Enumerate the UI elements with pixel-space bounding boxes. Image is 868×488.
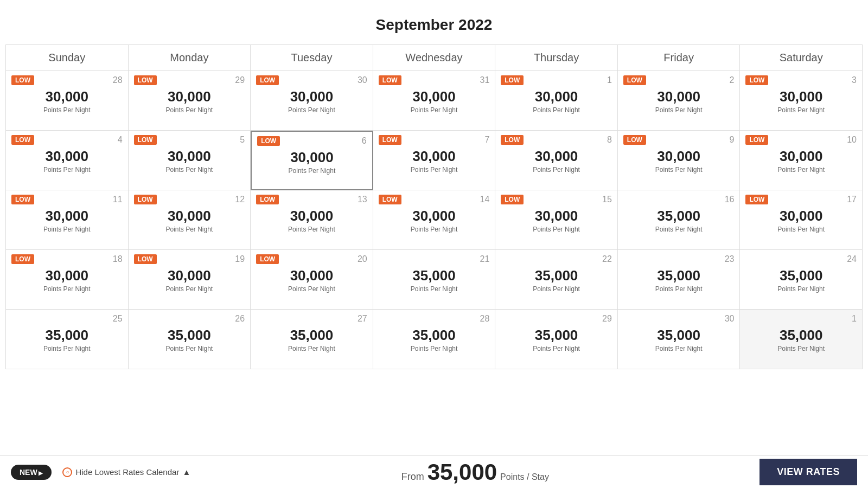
cell-top: LOW4 (11, 135, 123, 145)
cell-date: 7 (484, 135, 489, 145)
cell-top: 28 (379, 314, 490, 324)
cell-top: LOW20 (256, 254, 367, 264)
cell-top: LOW2 (623, 75, 735, 85)
low-badge: LOW (256, 75, 279, 85)
cell-label: Points Per Night (745, 226, 857, 233)
cell-date: 21 (480, 254, 489, 264)
cell-label: Points Per Night (256, 226, 367, 233)
calendar-cell[interactable]: LOW1030,000Points Per Night (740, 131, 863, 190)
calendar-cell[interactable]: 2735,000Points Per Night (251, 310, 373, 369)
cell-label: Points Per Night (745, 345, 857, 352)
cell-points: 30,000 (134, 267, 245, 284)
cell-date: 9 (730, 135, 735, 145)
calendar-cell[interactable]: 2435,000Points Per Night (740, 250, 863, 310)
calendar-cell[interactable]: LOW2030,000Points Per Night (251, 250, 373, 310)
calendar-cell[interactable]: 2335,000Points Per Night (618, 250, 741, 310)
cell-points: 35,000 (134, 327, 245, 344)
calendar-cell[interactable]: 1635,000Points Per Night (618, 190, 741, 250)
low-badge: LOW (11, 195, 34, 204)
cell-date: 29 (235, 75, 245, 85)
calendar-cell[interactable]: LOW530,000Points Per Night (129, 131, 251, 190)
calendar-cell[interactable]: LOW1530,000Points Per Night (495, 190, 618, 250)
view-rates-button[interactable]: VIEW RATES (760, 459, 857, 485)
hide-rates-button[interactable]: ○ Hide Lowest Rates Calendar ▲ (62, 467, 190, 477)
calendar-cell[interactable]: 135,000Points Per Night (740, 310, 863, 369)
calendar-cell[interactable]: 2235,000Points Per Night (495, 250, 618, 310)
cell-top: LOW9 (623, 135, 735, 145)
low-badge: LOW (134, 75, 157, 85)
cell-label: Points Per Night (134, 166, 245, 174)
calendar-cell[interactable]: LOW830,000Points Per Night (495, 131, 618, 190)
cell-date: 24 (847, 254, 857, 264)
calendar-cell[interactable]: 2535,000Points Per Night (6, 310, 129, 369)
calendar-cell[interactable]: LOW630,000Points Per Night (251, 131, 373, 190)
cell-label: Points Per Night (134, 226, 245, 233)
cell-top: LOW5 (134, 135, 245, 145)
cell-label: Points Per Night (257, 167, 367, 175)
calendar-cell[interactable]: 2635,000Points Per Night (129, 310, 251, 369)
cell-label: Points Per Night (11, 166, 123, 174)
calendar-cell[interactable]: LOW1330,000Points Per Night (251, 190, 373, 250)
cell-top: LOW19 (134, 254, 245, 264)
low-badge: LOW (379, 75, 401, 85)
cell-date: 6 (362, 136, 367, 146)
calendar-cell[interactable]: LOW930,000Points Per Night (618, 131, 741, 190)
calendar-cell[interactable]: LOW2930,000Points Per Night (129, 71, 251, 131)
calendar-cell[interactable]: LOW130,000Points Per Night (495, 71, 618, 131)
calendar-cell[interactable]: 2935,000Points Per Night (495, 310, 618, 369)
cell-top: LOW8 (501, 135, 612, 145)
calendar-cell[interactable]: LOW1130,000Points Per Night (6, 190, 129, 250)
new-badge: NEW (11, 465, 52, 480)
calendar-cell[interactable]: LOW1830,000Points Per Night (6, 250, 129, 310)
cell-label: Points Per Night (11, 285, 123, 293)
cell-label: Points Per Night (501, 106, 612, 114)
footer-bar: NEW ○ Hide Lowest Rates Calendar ▲ From … (0, 455, 868, 488)
cell-points: 30,000 (379, 208, 490, 224)
calendar-cell[interactable]: LOW1730,000Points Per Night (740, 190, 863, 250)
cell-label: Points Per Night (623, 106, 735, 114)
calendar-cell[interactable]: 3035,000Points Per Night (618, 310, 741, 369)
cell-label: Points Per Night (501, 285, 612, 293)
low-badge: LOW (256, 254, 279, 264)
cell-top: 23 (623, 254, 735, 264)
cell-date: 16 (725, 195, 735, 204)
cell-date: 20 (358, 254, 367, 264)
cell-points: 30,000 (379, 148, 490, 165)
calendar-cell[interactable]: LOW330,000Points Per Night (740, 71, 863, 131)
footer-left: NEW ○ Hide Lowest Rates Calendar ▲ (11, 465, 190, 480)
calendar-cell[interactable]: LOW2830,000Points Per Night (6, 71, 129, 131)
cell-top: LOW1 (501, 75, 612, 85)
calendar-cell[interactable]: LOW730,000Points Per Night (373, 131, 496, 190)
low-badge: LOW (623, 135, 646, 145)
calendar-cell[interactable]: LOW3030,000Points Per Night (251, 71, 373, 131)
calendar-cell[interactable]: LOW3130,000Points Per Night (373, 71, 496, 131)
cell-date: 29 (602, 314, 612, 324)
cell-top: LOW11 (11, 195, 123, 204)
cell-label: Points Per Night (379, 345, 490, 352)
cell-points: 30,000 (11, 148, 123, 165)
cell-points: 35,000 (745, 327, 857, 344)
low-badge: LOW (501, 195, 524, 204)
cell-date: 17 (847, 195, 857, 204)
calendar-cell[interactable]: LOW1230,000Points Per Night (129, 190, 251, 250)
cell-date: 3 (852, 75, 857, 85)
calendar-cell[interactable]: LOW1430,000Points Per Night (373, 190, 496, 250)
calendar-cell[interactable]: LOW430,000Points Per Night (6, 131, 129, 190)
cell-date: 30 (725, 314, 735, 324)
calendar-cell[interactable]: LOW1930,000Points Per Night (129, 250, 251, 310)
cell-points: 30,000 (623, 148, 735, 165)
calendar-cell[interactable]: 2135,000Points Per Night (373, 250, 496, 310)
cell-points: 35,000 (501, 267, 612, 284)
cell-points: 35,000 (623, 208, 735, 224)
cell-top: 25 (11, 314, 123, 324)
cell-label: Points Per Night (256, 285, 367, 293)
cell-date: 18 (113, 254, 123, 264)
calendar-cell[interactable]: LOW230,000Points Per Night (618, 71, 741, 131)
cell-top: LOW10 (745, 135, 857, 145)
low-badge: LOW (379, 195, 401, 204)
calendar-cell[interactable]: 2835,000Points Per Night (373, 310, 496, 369)
cell-points: 30,000 (501, 148, 612, 165)
cell-top: 1 (745, 314, 857, 324)
low-badge: LOW (11, 75, 34, 85)
cell-top: 30 (623, 314, 735, 324)
